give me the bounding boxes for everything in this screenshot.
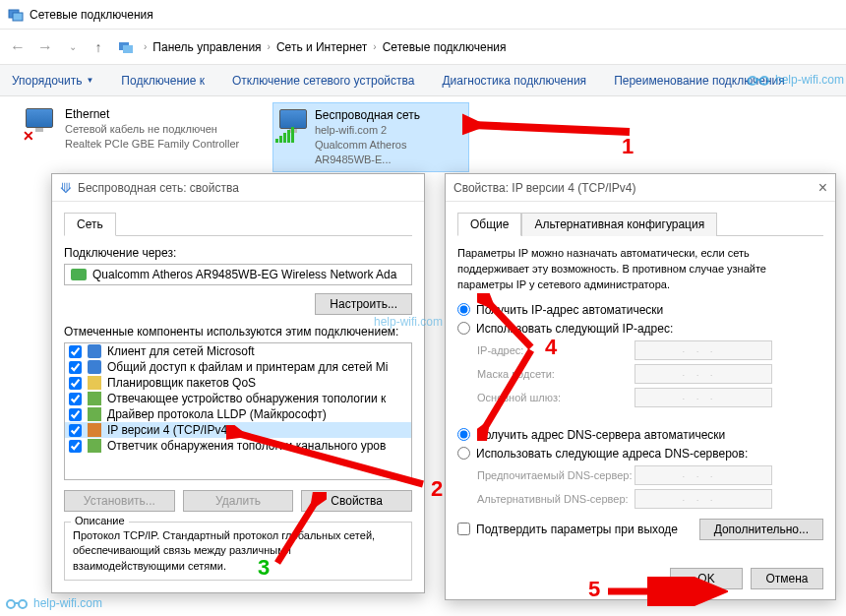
annotation-label-3: 3 bbox=[258, 555, 270, 581]
diagnose-button[interactable]: Диагностика подключения bbox=[442, 74, 586, 88]
ip-address-input: ... bbox=[634, 340, 772, 360]
topology-icon bbox=[88, 392, 101, 405]
back-button[interactable]: ← bbox=[6, 35, 30, 59]
list-item[interactable]: Ответчик обнаружения топологии канальног… bbox=[65, 438, 411, 454]
component-checkbox[interactable] bbox=[69, 424, 82, 437]
error-icon: ✕ bbox=[22, 130, 35, 144]
component-checkbox[interactable] bbox=[69, 345, 82, 358]
radio-dns-manual[interactable]: Использовать следующие адреса DNS-сервер… bbox=[457, 447, 823, 461]
watermark: help-wifi.com bbox=[374, 315, 443, 329]
watermark: help-wifi.com bbox=[6, 596, 102, 610]
network-icon bbox=[8, 7, 24, 23]
breadcrumb-item[interactable]: Сеть и Интернет bbox=[276, 40, 367, 54]
client-icon bbox=[88, 344, 101, 358]
organize-menu[interactable]: Упорядочить▼ bbox=[12, 74, 93, 88]
annotation-label-5: 5 bbox=[588, 577, 600, 602]
adapter-field[interactable]: Qualcomm Atheros AR9485WB-EG Wireless Ne… bbox=[64, 264, 412, 285]
remove-button[interactable]: Удалить bbox=[183, 490, 294, 512]
ip-auto-radio[interactable] bbox=[457, 303, 470, 316]
disable-device-button[interactable]: Отключение сетевого устройства bbox=[232, 74, 414, 88]
install-button[interactable]: Установить... bbox=[64, 490, 175, 512]
ip-manual-radio[interactable] bbox=[457, 322, 470, 335]
list-item[interactable]: Общий доступ к файлам и принтерам для се… bbox=[65, 359, 411, 375]
tab-network[interactable]: Сеть bbox=[64, 213, 116, 236]
cancel-button[interactable]: Отмена bbox=[751, 568, 823, 589]
svg-rect-1 bbox=[13, 13, 23, 21]
list-item[interactable]: Клиент для сетей Microsoft bbox=[65, 343, 411, 359]
watermark: help-wifi.com bbox=[748, 73, 844, 87]
tab-general[interactable]: Общие bbox=[457, 213, 521, 236]
confirm-checkbox-row[interactable]: Подтвердить параметры при выходе Дополни… bbox=[457, 519, 823, 540]
lldp-icon bbox=[88, 407, 101, 421]
ip-fields: IP-адрес:... Маска подсети:... Основной … bbox=[477, 340, 823, 407]
properties-button[interactable]: Свойства bbox=[301, 490, 412, 512]
component-checkbox[interactable] bbox=[69, 408, 82, 421]
annotation-label-2: 2 bbox=[431, 476, 443, 502]
connection-device: Realtek PCIe GBE Family Controller bbox=[65, 137, 239, 152]
dialog-titlebar[interactable]: ⟱ Беспроводная сеть: свойства bbox=[52, 174, 424, 202]
responder-icon bbox=[88, 439, 101, 453]
window-title: Сетевые подключения bbox=[30, 8, 153, 22]
dns-pref-label: Предпочитаемый DNS-сервер: bbox=[477, 469, 634, 481]
dns-alt-label: Альтернативный DNS-сервер: bbox=[477, 493, 634, 505]
connections-view: ✕ Ethernet Сетевой кабель не подключен R… bbox=[0, 96, 846, 178]
close-icon[interactable]: × bbox=[798, 179, 827, 197]
gateway-label: Основной шлюз: bbox=[477, 392, 634, 403]
connection-wireless[interactable]: Беспроводная сеть help-wifi.com 2 Qualco… bbox=[272, 102, 469, 172]
connect-to-button[interactable]: Подключение к bbox=[121, 74, 205, 88]
tab-alternate[interactable]: Альтернативная конфигурация bbox=[521, 213, 717, 236]
list-item[interactable]: Драйвер протокола LLDP (Майкрософт) bbox=[65, 406, 411, 422]
advanced-button[interactable]: Дополнительно... bbox=[699, 519, 823, 540]
forward-button[interactable]: → bbox=[33, 35, 57, 59]
description-text: Протокол TCP/IP. Стандартный протокол гл… bbox=[73, 528, 403, 574]
configure-button[interactable]: Настроить... bbox=[315, 293, 412, 315]
adapter-name: Qualcomm Atheros AR9485WB-EG Wireless Ne… bbox=[92, 268, 396, 281]
svg-rect-3 bbox=[123, 45, 133, 53]
list-item[interactable]: Планировщик пакетов QoS bbox=[65, 375, 411, 391]
chevron-down-icon: ▼ bbox=[86, 76, 93, 85]
component-checkbox[interactable] bbox=[69, 361, 82, 374]
breadcrumb-item[interactable]: Панель управления bbox=[152, 40, 261, 54]
list-item[interactable]: Отвечающее устройство обнаружения тополо… bbox=[65, 391, 411, 406]
ipv4-icon bbox=[88, 423, 101, 437]
logo-icon bbox=[6, 596, 28, 610]
description-label: Описание bbox=[71, 515, 129, 526]
component-checkbox[interactable] bbox=[69, 393, 82, 405]
component-checkbox[interactable] bbox=[69, 440, 82, 453]
qos-icon bbox=[88, 376, 101, 390]
signal-icon bbox=[275, 127, 294, 143]
breadcrumb[interactable]: › Панель управления › Сеть и Интернет › … bbox=[118, 39, 842, 55]
annotation-label-4: 4 bbox=[545, 335, 557, 360]
mask-label: Маска подсети: bbox=[477, 368, 634, 380]
dialog-titlebar[interactable]: Свойства: IP версии 4 (TCP/IPv4) × bbox=[446, 174, 835, 202]
radio-ip-auto[interactable]: Получить IP-адрес автоматически bbox=[457, 303, 823, 317]
ok-button[interactable]: OK bbox=[670, 568, 743, 589]
confirm-on-exit-checkbox[interactable] bbox=[457, 523, 470, 535]
tab-strip: Сеть bbox=[64, 212, 412, 236]
dns-auto-radio[interactable] bbox=[457, 428, 470, 441]
components-list[interactable]: Клиент для сетей Microsoft Общий доступ … bbox=[64, 342, 412, 480]
share-icon bbox=[88, 360, 101, 374]
breadcrumb-item[interactable]: Сетевые подключения bbox=[383, 40, 507, 54]
ipv4-properties-dialog: Свойства: IP версии 4 (TCP/IPv4) × Общие… bbox=[445, 173, 836, 600]
connection-ethernet[interactable]: ✕ Ethernet Сетевой кабель не подключен R… bbox=[20, 102, 243, 172]
radio-ip-manual[interactable]: Использовать следующий IP-адрес: bbox=[457, 322, 823, 336]
list-item-ipv4[interactable]: IP версии 4 (TCP/IPv4) bbox=[65, 422, 411, 438]
radio-dns-auto[interactable]: Получить адрес DNS-сервера автоматически bbox=[457, 428, 823, 442]
tab-strip: Общие Альтернативная конфигурация bbox=[457, 212, 823, 236]
dialog-title: Свойства: IP версии 4 (TCP/IPv4) bbox=[453, 181, 798, 195]
logo-icon bbox=[748, 73, 769, 87]
dns-fields: Предпочитаемый DNS-сервер:... Альтернати… bbox=[477, 465, 823, 509]
ipv4-info-text: Параметры IP можно назначать автоматичес… bbox=[457, 246, 823, 293]
connection-status: Сетевой кабель не подключен bbox=[65, 122, 239, 137]
dialog-title: Беспроводная сеть: свойства bbox=[78, 181, 416, 195]
components-label: Отмеченные компоненты используются этим … bbox=[64, 325, 412, 339]
connection-device: Qualcomm Atheros AR9485WB-E... bbox=[315, 138, 464, 167]
annotation-label-1: 1 bbox=[622, 134, 634, 159]
dns-manual-radio[interactable] bbox=[457, 447, 470, 460]
dropdown-history[interactable]: ⌄ bbox=[61, 35, 85, 59]
connect-via-label: Подключение через: bbox=[64, 246, 412, 260]
up-button[interactable]: ↑ bbox=[89, 35, 108, 59]
component-checkbox[interactable] bbox=[69, 377, 82, 390]
window-titlebar: Сетевые подключения bbox=[0, 0, 846, 30]
